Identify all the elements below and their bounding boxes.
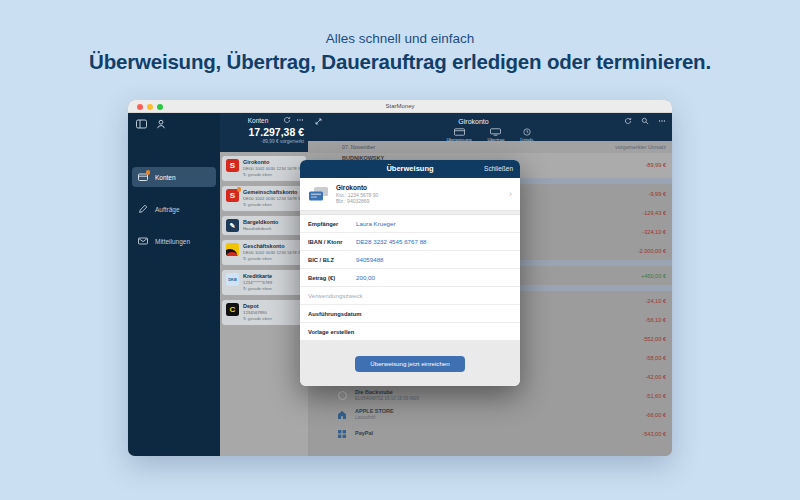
- date-header-row: 07. November vorgemerkter Umsatz: [308, 141, 672, 153]
- transaction-amount: -56,10 €: [645, 317, 666, 323]
- sidebar-item-konten[interactable]: Konten: [132, 167, 216, 187]
- transactions-header: Girokonto: [308, 113, 672, 141]
- account-cards-icon: [308, 186, 330, 202]
- toolbar-uebertrag-button[interactable]: Übertrag: [488, 128, 505, 142]
- app-window: StarMoney: [128, 100, 672, 456]
- transaction-row[interactable]: APPLE STORELastschrift-66,00 €: [308, 405, 672, 424]
- accounts-icon: [138, 172, 148, 182]
- transaction-amount: -543,00 €: [642, 431, 666, 437]
- field-value: 94059488: [356, 256, 384, 263]
- transaction-amount: -42,00 €: [645, 374, 666, 380]
- user-icon[interactable]: [156, 119, 166, 129]
- accounts-column: Konten 17.297,38 € -89,99 € vorgemerkt S…: [220, 113, 308, 456]
- field-label: BIC / BLZ: [308, 257, 356, 263]
- pending-balance-note: -89,99 € vorgemerkt: [224, 139, 304, 144]
- dkb-bank-icon: DKB: [226, 273, 239, 286]
- close-window-button[interactable]: [137, 104, 143, 110]
- transaction-amount: +450,00 €: [641, 273, 666, 279]
- source-account-row[interactable]: Girokonto Kto.: 1234 5678 90 Blz.: 94032…: [300, 178, 520, 210]
- account-item[interactable]: ✎BargeldkontoHaushaltsbuch: [222, 216, 306, 235]
- transaction-name: PayPal: [355, 430, 373, 437]
- transaction-amount: -324,10 €: [642, 229, 666, 235]
- dialog-header: Überweisung Schließen: [300, 160, 520, 178]
- field-value: Laura Krueger: [356, 220, 396, 227]
- toolbar-ueberweisung-button[interactable]: Überweisung: [447, 128, 472, 142]
- marketing-page: Alles schnell und einfach Überweisung, Ü…: [0, 0, 800, 500]
- transaction-amount: -51,60 €: [645, 393, 666, 399]
- clock-icon: [523, 128, 531, 136]
- transaction-amount: -66,00 €: [645, 412, 666, 418]
- account-item[interactable]: DKBKreditkarte1234******6789↻ gerade ebe…: [222, 270, 306, 295]
- field-label: Ausführungsdatum: [308, 311, 361, 317]
- refresh-icon[interactable]: [283, 116, 291, 124]
- account-sync-status: ↻ gerade eben: [243, 202, 302, 208]
- transaction-subtitle: ELV54048702 16.10 18:59 ME6: [355, 396, 419, 402]
- category-house-icon: [336, 409, 348, 421]
- transfer-between-icon: [490, 128, 501, 136]
- more-icon[interactable]: [296, 116, 304, 124]
- more-icon[interactable]: [658, 117, 666, 125]
- account-name: Bargeldkonto: [243, 219, 278, 226]
- transaction-amount: -24,10 €: [645, 298, 666, 304]
- transaction-amount: -2.000,00 €: [638, 248, 666, 254]
- account-name: Depot: [243, 303, 272, 310]
- sparkasse-bank-icon: S: [226, 159, 239, 172]
- field-label: Vorlage erstellen: [308, 329, 354, 335]
- form-field[interactable]: Betrag (€)200,00: [300, 269, 520, 287]
- sidebar-item-mitteilungen[interactable]: Mitteilungen: [132, 231, 216, 251]
- account-item[interactable]: SGemeinschaftskontoDE00 1002 0030 1234 5…: [222, 186, 306, 211]
- panel-title: Girokonto: [323, 118, 624, 125]
- notification-badge: [237, 187, 242, 192]
- account-name: Gemeinschaftskonto: [243, 189, 302, 196]
- depot-bank-icon: C: [226, 303, 239, 316]
- purpose-input[interactable]: Verwendungszweck: [300, 287, 520, 305]
- sidebar-item-label: Mitteilungen: [155, 238, 190, 245]
- date-label: 07. November: [342, 144, 375, 150]
- account-sync-status: ↻ gerade eben: [243, 172, 302, 178]
- minimize-window-button[interactable]: [147, 104, 153, 110]
- pending-column-label: vorgemerkter Umsatz: [615, 144, 666, 150]
- transfer-card-icon: [454, 128, 465, 136]
- orders-pen-icon: [138, 204, 148, 214]
- bank-yellow-bank-icon: [226, 243, 239, 256]
- zoom-window-button[interactable]: [157, 104, 163, 110]
- source-account-name: Girokonto: [336, 184, 378, 192]
- transaction-row[interactable]: Die BackstubeELV54048702 16.10 18:59 ME6…: [308, 386, 672, 405]
- toolbar-details-button[interactable]: Details: [520, 128, 533, 142]
- sidebar-item-auftraege[interactable]: Aufträge: [132, 199, 216, 219]
- field-label: Empfänger: [308, 221, 356, 227]
- chevron-right-icon: ›: [509, 189, 512, 199]
- hero-subtitle: Alles schnell und einfach: [0, 31, 800, 46]
- expand-icon[interactable]: [314, 117, 323, 126]
- field-value: DE28 3232 4545 6767 88: [356, 238, 427, 245]
- messages-envelope-icon: [138, 236, 148, 246]
- sidebar-item-label: Konten: [155, 174, 176, 181]
- form-field[interactable]: IBAN / KtonrDE28 3232 4545 6767 88: [300, 233, 520, 251]
- refresh-icon[interactable]: [624, 117, 632, 125]
- dialog-fields: EmpfängerLaura KruegerIBAN / KtonrDE28 3…: [300, 215, 520, 341]
- form-field[interactable]: BIC / BLZ94059488: [300, 251, 520, 269]
- source-account-blz: Blz.: 94032869: [336, 198, 378, 205]
- transaction-amount: -552,00 €: [642, 336, 666, 342]
- transaction-row[interactable]: PayPal-543,00 €: [308, 424, 672, 443]
- close-dialog-button[interactable]: Schließen: [484, 160, 513, 178]
- search-icon[interactable]: [641, 117, 649, 125]
- dialog-footer: Überweisung jetzt einreichen: [300, 341, 520, 386]
- transaction-amount: -89,99 €: [645, 162, 666, 168]
- sidebar: Konten Aufträge Mitteilungen: [128, 113, 220, 456]
- account-name: Geschäftskonto: [243, 243, 302, 250]
- account-item[interactable]: GeschäftskontoDE00 1002 0030 1234 5678 9…: [222, 240, 306, 265]
- account-item[interactable]: SGirokontoDE00 1002 0030 1234 5678 90↻ g…: [222, 156, 306, 181]
- sidebar-toggle-icon[interactable]: [136, 119, 147, 129]
- submit-transfer-button[interactable]: Überweisung jetzt einreichen: [355, 356, 465, 372]
- form-row[interactable]: Ausführungsdatum: [300, 305, 520, 323]
- form-field[interactable]: EmpfängerLaura Krueger: [300, 215, 520, 233]
- total-balance: 17.297,38 €: [224, 126, 304, 138]
- accounts-list: SGirokontoDE00 1002 0030 1234 5678 90↻ g…: [220, 152, 308, 456]
- account-name: Kreditkarte: [243, 273, 272, 280]
- account-item[interactable]: CDepot1234567890↻ gerade eben: [222, 300, 306, 325]
- window-title: StarMoney: [128, 100, 672, 113]
- form-row[interactable]: Vorlage erstellen: [300, 323, 520, 341]
- accounts-header-title: Konten: [224, 117, 278, 124]
- account-name: Girokonto: [243, 159, 302, 166]
